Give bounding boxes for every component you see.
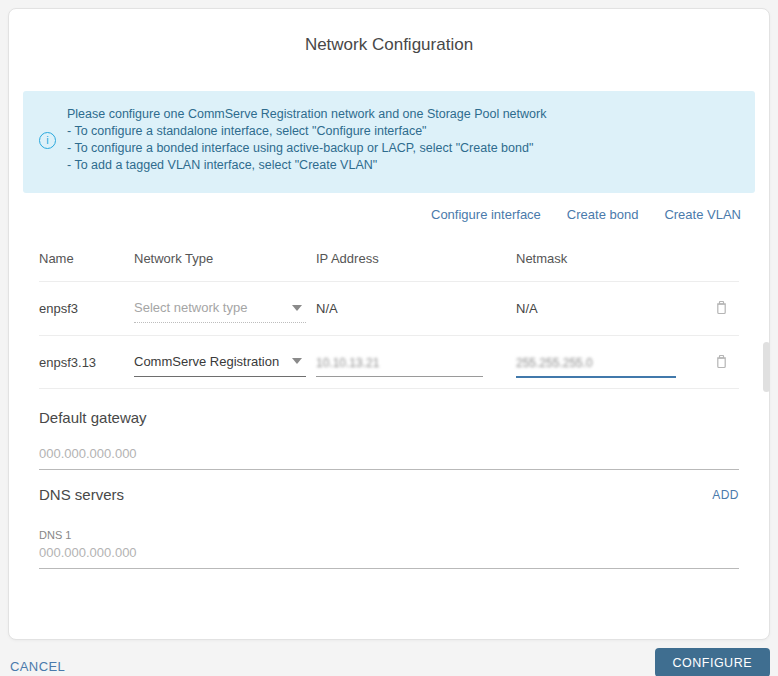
info-line: - To configure a standalone interface, s… [67,123,546,140]
default-gateway-input[interactable] [39,446,739,469]
column-header-name: Name [39,251,134,266]
trash-icon [713,306,730,321]
netmask-value: N/A [516,301,713,316]
info-line: Please configure one CommServe Registrat… [67,106,546,123]
column-header-network-type: Network Type [134,251,316,266]
info-icon: i [39,132,56,149]
info-banner: i Please configure one CommServe Registr… [23,91,755,193]
dns1-input[interactable] [39,545,739,568]
ip-address-field-wrapper [316,355,483,377]
cancel-button[interactable]: CANCEL [10,659,65,674]
table-action-links: Configure interface Create bond Create V… [9,207,741,225]
info-line: - To add a tagged VLAN interface, select… [67,157,546,174]
default-gateway-label: Default gateway [39,409,739,426]
dns1-field-wrapper [39,543,739,569]
ip-address-value: N/A [316,301,516,316]
column-header-ip-address: IP Address [316,251,516,266]
interface-name: enpsf3.13 [39,355,134,370]
create-bond-link[interactable]: Create bond [567,207,639,225]
column-header-netmask: Netmask [516,251,713,266]
network-type-select-value: CommServe Registration [134,354,279,369]
configure-button[interactable]: CONFIGURE [655,648,771,676]
interfaces-table: Name Network Type IP Address Netmask enp… [39,235,739,389]
delete-row-button[interactable] [713,299,730,318]
chevron-down-icon [292,358,302,364]
table-row: enpsf3 Select network type N/A N/A [39,281,739,335]
dns-servers-label: DNS servers [39,486,124,503]
interface-name: enpsf3 [39,301,134,316]
info-banner-text: Please configure one CommServe Registrat… [67,106,546,174]
network-type-select[interactable]: Select network type [134,300,306,323]
table-header-row: Name Network Type IP Address Netmask [39,235,739,281]
trash-icon [713,360,730,375]
dns1-label: DNS 1 [39,529,739,541]
network-type-select-value: Select network type [134,300,247,315]
scrollbar-thumb[interactable] [763,342,770,392]
chevron-down-icon [292,305,302,311]
default-gateway-field-wrapper [39,444,739,470]
table-row: enpsf3.13 CommServe Registration [39,335,739,389]
network-type-select[interactable]: CommServe Registration [134,354,306,377]
info-line: - To configure a bonded interface using … [67,140,546,157]
netmask-input[interactable] [516,356,676,376]
dialog-title: Network Configuration [9,9,769,55]
configure-interface-link[interactable]: Configure interface [431,207,541,225]
add-dns-button[interactable]: ADD [712,488,739,502]
network-configuration-dialog: Network Configuration i Please configure… [8,8,770,640]
netmask-field-wrapper [516,355,676,378]
delete-row-button[interactable] [713,353,730,372]
create-vlan-link[interactable]: Create VLAN [664,207,741,225]
ip-address-input[interactable] [316,356,483,376]
dialog-footer: CANCEL CONFIGURE [0,648,778,676]
